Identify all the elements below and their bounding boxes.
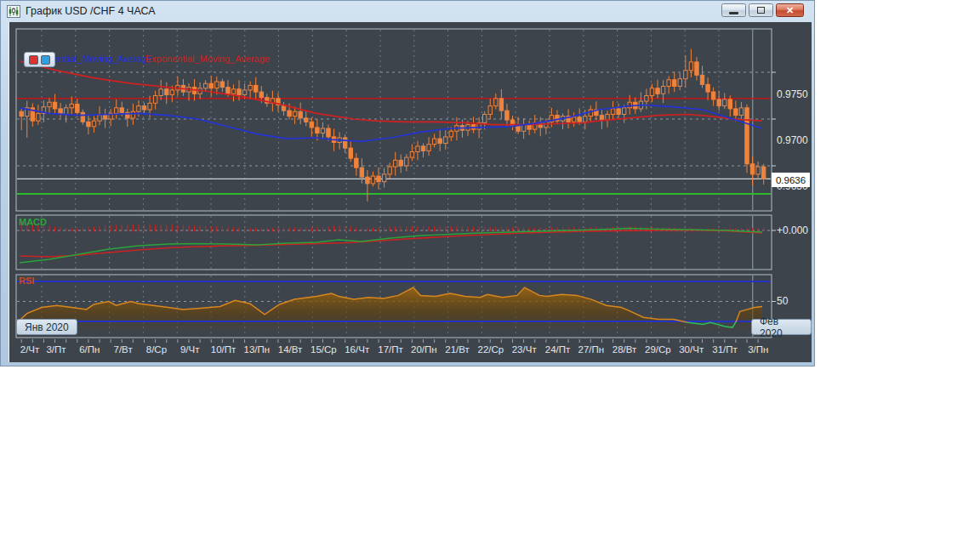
candle-body xyxy=(750,164,754,174)
candle-body xyxy=(220,82,224,88)
window-titlebar[interactable]: График USD /CHF 4 ЧАСА xyxy=(1,1,814,21)
candle-body xyxy=(81,112,84,122)
time-label: 7/Вт xyxy=(114,344,133,355)
window-title: График USD /CHF 4 ЧАСА xyxy=(26,5,156,17)
month-marker-feb: Фев 2020 xyxy=(751,319,812,335)
candle-body xyxy=(706,84,709,92)
candle-body xyxy=(203,83,207,88)
candle-body xyxy=(678,79,681,87)
time-label: 20/Пн xyxy=(411,344,437,355)
candle-body xyxy=(444,137,447,144)
candle-body xyxy=(115,108,118,114)
minimize-button[interactable] xyxy=(721,3,746,17)
month-marker-jan: Янв 2020 xyxy=(16,319,77,335)
candle-body xyxy=(527,125,531,130)
candle-body xyxy=(349,148,352,158)
macd-axis-label: +0.000 xyxy=(777,224,808,236)
candle-body xyxy=(399,160,402,166)
time-label: 14/Вт xyxy=(278,344,303,355)
rsi-panel-label[interactable]: RSI xyxy=(19,276,34,286)
candle-body xyxy=(20,111,23,116)
time-label: 6/Пн xyxy=(79,344,100,355)
candle-body xyxy=(438,139,442,144)
candle-body xyxy=(421,146,424,151)
candle-body xyxy=(745,108,749,164)
candle-body xyxy=(382,174,385,182)
candle-body xyxy=(131,111,134,118)
legend-buttons xyxy=(24,52,55,67)
candle-body xyxy=(695,62,698,75)
legend-red-square-icon[interactable] xyxy=(29,55,38,65)
window-controls: ✕ xyxy=(721,3,804,17)
candle-body xyxy=(684,71,687,79)
candle-body xyxy=(366,177,369,184)
candle-body xyxy=(159,89,162,96)
candle-body xyxy=(120,108,123,113)
time-label: 3/Пт xyxy=(46,344,66,355)
candle-body xyxy=(343,138,346,148)
candle-body xyxy=(711,92,715,99)
restore-button[interactable] xyxy=(749,3,773,17)
time-label: 16/Чт xyxy=(345,344,369,355)
macd-panel[interactable] xyxy=(16,215,772,270)
candle-body xyxy=(488,106,492,115)
chart-window: График USD /CHF 4 ЧАСА ✕ Exponential_Mov… xyxy=(0,0,815,366)
candle-body xyxy=(70,104,73,107)
rsi-axis-label: 50 xyxy=(777,295,788,307)
time-label: 10/Пт xyxy=(211,344,236,355)
time-label: 9/Чт xyxy=(180,344,200,355)
candle-body xyxy=(92,121,95,127)
candle-body xyxy=(734,109,738,116)
minimize-icon xyxy=(729,12,738,14)
candle-body xyxy=(661,87,664,94)
candle-body xyxy=(153,96,157,104)
candle-body xyxy=(578,117,581,122)
restore-icon xyxy=(757,7,765,14)
price-tick-9700: 0.9700 xyxy=(777,134,808,146)
candle-body xyxy=(611,109,614,115)
candle-body xyxy=(64,108,67,115)
candle-body xyxy=(673,80,676,87)
time-label: 3/Пн xyxy=(748,344,768,355)
candle-body xyxy=(37,113,40,121)
candle-body xyxy=(617,109,620,115)
price-tick-9750: 0.9750 xyxy=(777,88,808,100)
candle-body xyxy=(76,104,79,112)
candle-body xyxy=(650,88,653,96)
candle-body xyxy=(98,116,101,122)
legend-blue-square-icon[interactable] xyxy=(41,55,50,65)
time-label: 30/Чт xyxy=(679,344,704,355)
candle-body xyxy=(645,96,648,102)
time-label: 15/Ср xyxy=(311,344,337,355)
candle-body xyxy=(405,157,408,166)
macd-panel-label[interactable]: MACD xyxy=(19,217,47,227)
candle-body xyxy=(394,160,397,167)
candlestick-chart-icon xyxy=(7,5,20,18)
candle-body xyxy=(259,92,263,98)
candle-body xyxy=(388,167,391,174)
chart-canvas[interactable] xyxy=(9,22,812,362)
candle-body xyxy=(667,80,670,87)
candle-body xyxy=(761,167,765,179)
chart-client-area[interactable]: Exponential_Moving_Average Exponential_M… xyxy=(9,22,812,362)
candle-body xyxy=(628,102,631,108)
candle-body xyxy=(327,128,330,137)
candle-body xyxy=(288,111,291,116)
close-button[interactable]: ✕ xyxy=(776,3,804,17)
candle-body xyxy=(170,90,174,95)
candle-body xyxy=(321,128,324,133)
time-label: 8/Ср xyxy=(146,344,167,355)
candle-body xyxy=(717,99,721,106)
time-label: 2/Чт xyxy=(20,344,40,355)
candle-body xyxy=(226,88,230,94)
desktop: { "window": { "title": "График USD /CHF … xyxy=(0,0,980,551)
candle-body xyxy=(739,108,743,116)
time-label: 24/Пт xyxy=(545,344,571,355)
candle-body xyxy=(723,99,726,106)
candle-body xyxy=(410,152,413,158)
candle-body xyxy=(700,75,704,84)
candle-body xyxy=(53,102,56,109)
legend-ema-red-label[interactable]: Exponential_Moving_Average xyxy=(145,54,270,64)
candle-body xyxy=(142,106,145,110)
time-label: 23/Чт xyxy=(512,344,537,355)
